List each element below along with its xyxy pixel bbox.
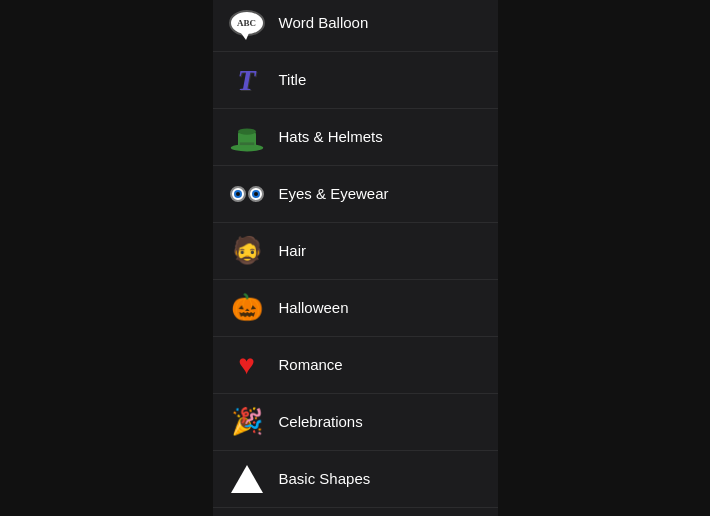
romance-icon-container: ♥ — [229, 347, 265, 383]
romance-label: Romance — [279, 356, 343, 373]
title-icon: T — [237, 63, 255, 97]
hats-helmets-label: Hats & Helmets — [279, 128, 383, 145]
triangle-icon — [231, 465, 263, 493]
word-balloon-icon-container: ABC — [229, 5, 265, 41]
title-icon-container: T — [229, 62, 265, 98]
celebrations-icon-container: 🎉 — [229, 404, 265, 440]
menu-item-eyes-eyewear[interactable]: Eyes & Eyewear — [213, 166, 498, 223]
menu-item-hats-helmets[interactable]: Hats & Helmets — [213, 109, 498, 166]
menu-item-signs-symbols[interactable]: Signs & Symbols — [213, 508, 498, 517]
menu-item-romance[interactable]: ♥ Romance — [213, 337, 498, 394]
menu-item-hair[interactable]: 🧔 Hair — [213, 223, 498, 280]
word-balloon-label: Word Balloon — [279, 14, 369, 31]
menu-item-title[interactable]: T Title — [213, 52, 498, 109]
menu-item-celebrations[interactable]: 🎉 Celebrations — [213, 394, 498, 451]
halloween-label: Halloween — [279, 299, 349, 316]
hair-icon: 🧔 — [231, 235, 263, 266]
word-balloon-icon: ABC — [229, 10, 265, 36]
eyes-eyewear-label: Eyes & Eyewear — [279, 185, 389, 202]
heart-icon: ♥ — [238, 349, 255, 381]
hats-helmets-icon-container — [229, 119, 265, 155]
eyes-eyewear-icon-container — [229, 176, 265, 212]
menu-item-word-balloon[interactable]: ABC Word Balloon — [213, 0, 498, 52]
menu-item-halloween[interactable]: 🎃 Halloween — [213, 280, 498, 337]
sticker-category-list: ABC Word Balloon T Title Hats & Helmets … — [213, 0, 498, 516]
new-sticker-modal: × New Sticker ABC Word Balloon T Title H… — [213, 0, 498, 516]
eyes-icon — [230, 186, 264, 202]
pumpkin-icon: 🎃 — [231, 292, 263, 323]
halloween-icon-container: 🎃 — [229, 290, 265, 326]
svg-rect-3 — [239, 142, 253, 145]
basic-shapes-label: Basic Shapes — [279, 470, 371, 487]
hair-label: Hair — [279, 242, 307, 259]
celebrations-label: Celebrations — [279, 413, 363, 430]
basic-shapes-icon-container — [229, 461, 265, 497]
title-label: Title — [279, 71, 307, 88]
party-icon: 🎉 — [231, 406, 263, 437]
svg-point-2 — [238, 128, 256, 134]
hat-icon — [229, 122, 265, 152]
hair-icon-container: 🧔 — [229, 233, 265, 269]
menu-item-basic-shapes[interactable]: Basic Shapes — [213, 451, 498, 508]
